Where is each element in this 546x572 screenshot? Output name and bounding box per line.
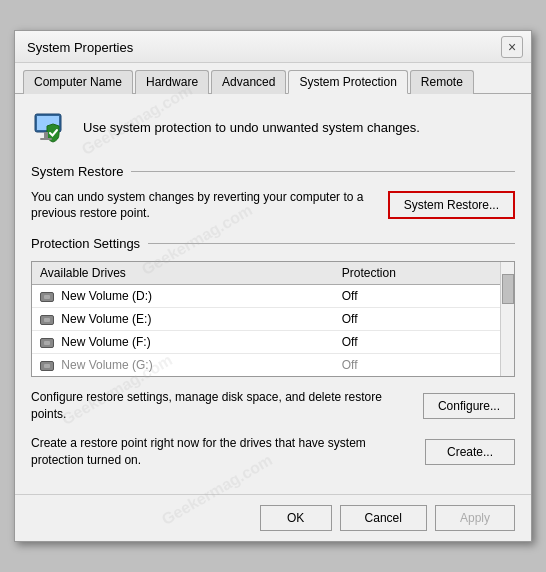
drive-protection-0: Off — [334, 285, 498, 308]
col-protection: Protection — [334, 262, 498, 285]
system-restore-header: System Restore — [31, 164, 515, 179]
table-row[interactable]: New Volume (F:) Off — [32, 331, 514, 354]
section-divider — [131, 171, 515, 172]
configure-button[interactable]: Configure... — [423, 393, 515, 419]
configure-row: Configure restore settings, manage disk … — [31, 389, 515, 423]
window-title: System Properties — [27, 40, 133, 55]
table-row[interactable]: New Volume (E:) Off — [32, 308, 514, 331]
bottom-buttons: OK Cancel Apply — [15, 494, 531, 541]
table-row[interactable]: New Volume (D:) Off — [32, 285, 514, 308]
svg-rect-2 — [44, 132, 48, 138]
create-button[interactable]: Create... — [425, 439, 515, 465]
protection-settings-section: Protection Settings Available Drives Pro… — [31, 236, 515, 377]
drive-name-2: New Volume (F:) — [32, 331, 334, 354]
system-restore-section: System Restore You can undo system chang… — [31, 164, 515, 223]
restore-description: You can undo system changes by reverting… — [31, 189, 376, 223]
system-restore-btn-wrap: System Restore... — [388, 191, 515, 219]
configure-description: Configure restore settings, manage disk … — [31, 389, 411, 423]
drive-protection-1: Off — [334, 308, 498, 331]
protection-settings-label: Protection Settings — [31, 236, 140, 251]
table-row[interactable]: New Volume (G:) Off — [32, 354, 514, 377]
svg-rect-3 — [40, 138, 52, 140]
restore-row: You can undo system changes by reverting… — [31, 189, 515, 223]
system-restore-button[interactable]: System Restore... — [388, 191, 515, 219]
drive-icon-1 — [40, 315, 54, 325]
tab-hardware[interactable]: Hardware — [135, 70, 209, 94]
scrollbar-thumb[interactable] — [502, 274, 514, 304]
system-properties-dialog: Geekermag.com Geekermag.com Geekermag.co… — [14, 30, 532, 543]
tab-content: Use system protection to undo unwanted s… — [15, 94, 531, 495]
drives-table: Available Drives Protection New Volume (… — [32, 262, 514, 376]
drive-icon-2 — [40, 338, 54, 348]
tab-bar: Computer Name Hardware Advanced System P… — [15, 63, 531, 94]
drive-icon-0 — [40, 292, 54, 302]
create-row: Create a restore point right now for the… — [31, 435, 515, 469]
drive-protection-3: Off — [334, 354, 498, 377]
header-section: Use system protection to undo unwanted s… — [31, 108, 515, 148]
system-restore-label: System Restore — [31, 164, 123, 179]
tab-computer-name[interactable]: Computer Name — [23, 70, 133, 94]
create-description: Create a restore point right now for the… — [31, 435, 413, 469]
drives-table-wrapper: Available Drives Protection New Volume (… — [31, 261, 515, 377]
ok-button[interactable]: OK — [260, 505, 332, 531]
col-drives: Available Drives — [32, 262, 334, 285]
drive-protection-2: Off — [334, 331, 498, 354]
tab-system-protection[interactable]: System Protection — [288, 70, 407, 94]
apply-button[interactable]: Apply — [435, 505, 515, 531]
protection-divider — [148, 243, 515, 244]
protection-settings-header: Protection Settings — [31, 236, 515, 251]
scrollbar[interactable] — [500, 262, 514, 376]
header-description: Use system protection to undo unwanted s… — [83, 120, 420, 135]
drive-name-0: New Volume (D:) — [32, 285, 334, 308]
system-protection-icon — [31, 108, 71, 148]
tab-remote[interactable]: Remote — [410, 70, 474, 94]
drive-icon-3 — [40, 361, 54, 371]
drive-name-1: New Volume (E:) — [32, 308, 334, 331]
cancel-button[interactable]: Cancel — [340, 505, 427, 531]
close-button[interactable]: × — [501, 36, 523, 58]
tab-advanced[interactable]: Advanced — [211, 70, 286, 94]
drive-name-3: New Volume (G:) — [32, 354, 334, 377]
title-bar: System Properties × — [15, 31, 531, 63]
